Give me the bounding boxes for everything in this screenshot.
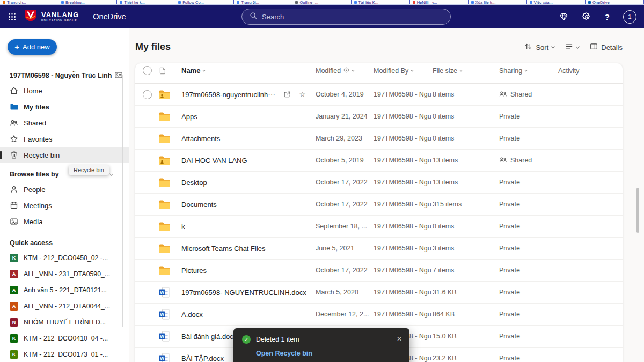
sharing-cell[interactable]: Shared (499, 91, 558, 99)
sidebar-item-shared[interactable]: Shared (0, 115, 129, 131)
sharing-cell[interactable]: Private (499, 179, 558, 186)
file-size-cell: 315 items (433, 201, 499, 208)
column-header-activity[interactable]: Activity (558, 67, 623, 75)
sharing-cell[interactable]: Private (499, 333, 558, 340)
table-row[interactable]: DesktopOctober 17, 2022197TM06598 - Ngu1… (135, 172, 623, 194)
sharing-cell[interactable]: Private (499, 201, 558, 208)
modified-cell: October 17, 2022 (316, 267, 374, 274)
browser-tab[interactable]: Follow Co... (175, 0, 234, 4)
modified-cell: October 17, 2022 (316, 179, 374, 186)
file-name-cell[interactable]: 197tm06598- NGUYENTRUCLINH.docx (173, 289, 316, 297)
quick-access-item[interactable]: KKTM - 212_DCO0450_02 -... (0, 250, 129, 266)
open-recycle-bin-link[interactable]: Open Recycle bin (256, 350, 401, 357)
search-box[interactable] (241, 9, 451, 25)
sidebar-item-meetings[interactable]: Meetings (0, 197, 129, 213)
file-size-cell: 0 items (433, 113, 499, 120)
browser-tab[interactable]: Thiết kế k... (117, 0, 175, 4)
toast-close-icon[interactable]: ✕ (397, 335, 402, 343)
sidebar-item-favorites[interactable]: Favorites (0, 131, 129, 147)
select-all-checkbox[interactable] (143, 66, 152, 75)
file-name-cell[interactable]: Microsoft Teams Chat Files (173, 245, 316, 253)
quick-access-item[interactable]: KKTM - 212_DCO0173_01 -... (0, 346, 129, 362)
settings-gear-icon[interactable] (582, 12, 591, 21)
row-checkbox[interactable] (143, 90, 152, 99)
folder-icon (159, 134, 173, 143)
quick-access-item[interactable]: AALL_VNN - 212_DTA0044_... (0, 298, 129, 314)
modified-cell: December 12, 2... (316, 311, 374, 318)
view-options-button[interactable] (565, 42, 579, 52)
sort-button[interactable]: Sort (524, 42, 554, 52)
sidebar-scrollbar[interactable] (122, 75, 123, 327)
browser-tab[interactable]: Breaking... (58, 0, 117, 4)
browser-tab[interactable]: Trang 6j... (234, 0, 292, 4)
sidebar-item-people[interactable]: People (0, 181, 129, 197)
browser-tab[interactable]: Tài liệu K... (352, 0, 410, 4)
file-name-cell[interactable]: k (173, 223, 316, 231)
browser-tab[interactable]: Trang ch... (0, 0, 58, 4)
modified-cell: October 4, 2019 (316, 91, 374, 98)
file-name-cell[interactable]: Apps (173, 113, 316, 121)
add-new-button[interactable]: + Add new (8, 39, 57, 55)
favorite-star-icon[interactable]: ☆ (299, 91, 306, 98)
browse-files-by-header[interactable]: Browse files by (0, 167, 129, 181)
file-name-cell[interactable]: DAI HOC VAN LANG (173, 157, 316, 165)
search-input[interactable] (262, 13, 443, 21)
deleted-toast: ✓ Deleted 1 item ✕ Open Recycle bin (233, 328, 409, 362)
browser-tab[interactable]: Xóa file tr... (469, 0, 527, 4)
file-name-cell[interactable]: A.docx (173, 311, 316, 319)
column-header-file-size[interactable]: File size (433, 67, 499, 75)
sharing-cell[interactable]: Private (499, 267, 558, 274)
more-options-icon[interactable]: ··· (268, 91, 275, 98)
table-row[interactable]: DAI HOC VAN LANGOctober 5, 2019197TM0659… (135, 150, 623, 172)
premium-diamond-icon[interactable] (559, 12, 568, 21)
column-header-modified[interactable]: Modified (316, 67, 374, 75)
browser-tab[interactable]: Outline -... (292, 0, 351, 4)
sharing-cell[interactable]: Private (499, 311, 558, 318)
file-name-cell[interactable]: Pictures (173, 267, 316, 275)
quick-access-item[interactable]: AAnh văn 5 - 221_DTA0121... (0, 282, 129, 298)
sharing-label: Private (499, 179, 520, 186)
sharing-cell[interactable]: Private (499, 223, 558, 230)
table-row[interactable]: AttachmentsMarch 29, 2023197TM06598 - Ng… (135, 128, 623, 150)
table-row[interactable]: DocumentsOctober 17, 2022197TM06598 - Ng… (135, 194, 623, 216)
sharing-cell[interactable]: Shared (499, 157, 558, 165)
table-row[interactable]: AppsJanuary 21, 2024197TM06598 - Ngu0 it… (135, 106, 623, 128)
column-header-name[interactable]: Name (173, 67, 316, 75)
sharing-cell[interactable]: Private (499, 113, 558, 120)
app-launcher-waffle-icon[interactable] (0, 5, 24, 28)
tab-label: Việc xóa... (534, 0, 553, 4)
column-header-modified-by[interactable]: Modified By (374, 67, 433, 75)
help-icon[interactable]: ? (605, 12, 610, 21)
browser-tab[interactable]: Việc xóa... (527, 0, 586, 4)
table-row[interactable]: PicturesOctober 17, 2022197TM06598 - Ngu… (135, 260, 623, 282)
table-row[interactable]: Microsoft Teams Chat FilesJune 5, 202119… (135, 238, 623, 260)
file-name-cell[interactable]: Documents (173, 201, 316, 209)
window-scrollbar[interactable] (636, 188, 639, 233)
browser-tab[interactable]: OneDrive (586, 0, 644, 4)
sharing-cell[interactable]: Private (499, 245, 558, 252)
browser-tab[interactable]: HeNilli - v... (410, 0, 469, 4)
table-row[interactable]: WA.docxDecember 12, 2...197TM06598 - Ngu… (135, 304, 623, 326)
sharing-cell[interactable]: Private (499, 135, 558, 142)
sharing-cell[interactable]: Private (499, 289, 558, 296)
quick-access-item[interactable]: KKTM - 212_DCO0410_04 -... (0, 330, 129, 346)
file-name-cell[interactable]: 197tm06598-nguyentruclinh···☆ (173, 91, 316, 99)
quick-access-item[interactable]: AALL_VNN - 231_DTA0590_... (0, 266, 129, 282)
quick-access-item[interactable]: NNHÓM THUYẾT TRÌNH Đ... (0, 314, 129, 330)
sidebar-item-home[interactable]: Home (0, 83, 129, 99)
column-header-sharing[interactable]: Sharing (499, 67, 558, 75)
share-icon[interactable] (283, 91, 291, 98)
details-button[interactable]: Details (590, 42, 623, 52)
table-row[interactable]: kSeptember 18, ...197TM06598 - Ngu0 item… (135, 216, 623, 238)
file-name-cell[interactable]: Attachments (173, 135, 316, 143)
sharing-cell[interactable]: Private (499, 354, 558, 362)
modified-by-cell: 197TM06598 - Ngu (374, 245, 433, 252)
sidebar-item-recycle-bin[interactable]: Recycle bin (0, 147, 129, 163)
account-avatar[interactable]: 1 (623, 10, 636, 24)
file-name: Microsoft Teams Chat Files (181, 245, 266, 253)
sidebar-item-my-files[interactable]: My files (0, 99, 129, 115)
sidebar-item-media[interactable]: Media (0, 213, 129, 230)
file-name-cell[interactable]: Desktop (173, 179, 316, 187)
table-row[interactable]: W197tm06598- NGUYENTRUCLINH.docxMarch 5,… (135, 282, 623, 304)
table-row[interactable]: 197tm06598-nguyentruclinh···☆October 4, … (135, 84, 623, 106)
